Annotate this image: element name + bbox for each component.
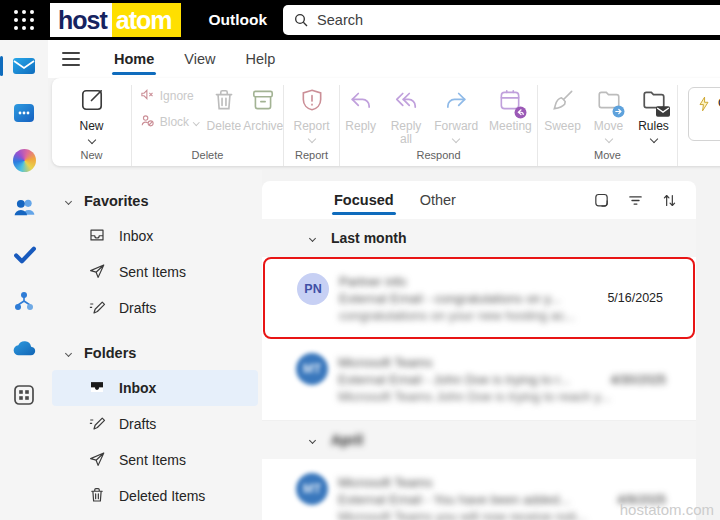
favorites-item-drafts[interactable]: Drafts	[52, 290, 258, 326]
reply-all-button[interactable]: Reply all	[383, 85, 428, 149]
report-button[interactable]: Report	[293, 85, 329, 149]
email-date: 5/16/2025	[607, 291, 663, 305]
rail-onedrive-icon[interactable]	[0, 335, 48, 361]
block-icon	[140, 113, 155, 131]
favorites-item-inbox[interactable]: Inbox	[52, 218, 258, 254]
quick-steps-button[interactable]: Quick steps	[688, 87, 720, 141]
group-label-new: New	[52, 149, 131, 166]
forward-dropdown-icon[interactable]	[452, 135, 460, 143]
chevron-down-icon	[65, 349, 72, 356]
inbox-filled-icon	[88, 378, 106, 399]
folder-pane: Favorites Inbox Sent Items Drafts F	[48, 170, 262, 520]
archive-button[interactable]: Archive	[243, 85, 283, 149]
group-header-april[interactable]: April	[262, 421, 696, 459]
avatar: MT	[296, 473, 328, 505]
meeting-button[interactable]: Meeting	[484, 85, 537, 149]
top-bar: host atom Outlook	[0, 0, 720, 40]
folder-item-drafts[interactable]: Drafts	[52, 406, 258, 442]
ribbon-tab-row: Home View Help	[48, 40, 720, 78]
hamburger-menu-icon[interactable]	[62, 52, 80, 65]
email-subject: External Email - congratulations on y...	[339, 291, 597, 306]
group-label-move: Move	[538, 149, 677, 166]
rules-icon	[641, 87, 667, 117]
rail-mail-icon[interactable]	[0, 53, 48, 79]
chevron-down-icon	[309, 436, 316, 443]
avatar: PN	[297, 273, 329, 305]
rail-copilot-icon[interactable]	[0, 147, 48, 173]
group-label-report: Report	[284, 149, 339, 166]
search-bar[interactable]	[283, 5, 720, 35]
new-mail-button[interactable]: New	[79, 85, 105, 149]
app-launcher-icon[interactable]	[10, 6, 38, 34]
sweep-button[interactable]: Sweep	[540, 85, 586, 149]
inbox-icon	[88, 226, 106, 247]
reply-all-icon	[393, 87, 419, 117]
move-dropdown-icon[interactable]	[604, 135, 612, 143]
group-label-delete: Delete	[132, 149, 283, 166]
forward-button[interactable]: Forward	[431, 85, 482, 149]
report-dropdown-icon[interactable]	[307, 135, 315, 143]
avatar: MT	[296, 353, 328, 385]
folders-header[interactable]: Folders	[48, 336, 262, 370]
move-folder-icon	[596, 87, 622, 117]
sort-icon[interactable]	[661, 192, 678, 209]
filter-icon[interactable]	[627, 192, 644, 209]
tab-other[interactable]: Other	[420, 192, 456, 208]
block-dropdown-icon[interactable]	[193, 119, 199, 125]
group-label-respond: Respond	[340, 149, 537, 166]
message-list-tabs: Focused Other	[262, 181, 696, 219]
ignore-icon	[140, 87, 155, 105]
archive-icon	[250, 87, 276, 117]
rail-people-icon[interactable]	[0, 194, 48, 220]
delete-button[interactable]: Delete	[207, 85, 242, 149]
email-row-highlighted[interactable]: PN Partner info External Email - congrat…	[263, 257, 695, 339]
email-preview: Microsoft Teams John Doe is trying to re…	[338, 389, 666, 404]
reply-icon	[348, 87, 374, 117]
folder-item-sent[interactable]: Sent Items	[52, 442, 258, 478]
trash-icon	[211, 87, 237, 117]
rail-calendar-icon[interactable]	[0, 100, 48, 126]
tab-home[interactable]: Home	[112, 45, 156, 73]
select-messages-icon[interactable]	[593, 192, 610, 209]
email-sender: Partner info	[339, 274, 663, 289]
rules-dropdown-icon[interactable]	[649, 135, 657, 143]
rail-org-icon[interactable]	[0, 288, 48, 314]
drafts-icon	[88, 414, 106, 435]
group-header-last-month[interactable]: Last month	[262, 219, 696, 257]
new-dropdown-icon[interactable]	[87, 136, 95, 144]
favorites-header[interactable]: Favorites	[48, 184, 262, 218]
rail-todo-icon[interactable]	[0, 241, 48, 267]
search-input[interactable]	[317, 12, 517, 28]
email-row[interactable]: MT Microsoft Teams External Email - John…	[262, 339, 696, 421]
email-subject: External Email - John Doe is trying to r…	[338, 372, 600, 387]
ignore-button[interactable]: Ignore	[140, 87, 199, 105]
folder-item-deleted[interactable]: Deleted Items	[52, 478, 258, 514]
tab-view[interactable]: View	[182, 45, 217, 73]
lightning-icon	[697, 96, 711, 115]
meeting-icon	[497, 87, 523, 117]
compose-icon	[79, 87, 105, 117]
tab-help[interactable]: Help	[243, 45, 277, 73]
email-row[interactable]: MT Microsoft Teams External Email - You …	[262, 459, 696, 520]
tab-focused[interactable]: Focused	[334, 192, 394, 208]
logo-atom-text: atom	[112, 3, 181, 37]
logo-host-text: host	[50, 3, 112, 37]
search-icon	[293, 12, 309, 28]
folder-item-inbox[interactable]: Inbox	[52, 370, 258, 406]
message-list-pane: Focused Other Last month PN	[262, 181, 696, 520]
email-date: 4/9/2025	[617, 493, 666, 507]
email-sender: Microsoft Teams	[338, 475, 666, 490]
email-preview: congratulations on your new hosting ac..…	[339, 308, 663, 323]
hostatom-logo: host atom	[50, 3, 181, 37]
block-button[interactable]: Block	[140, 113, 199, 131]
broom-icon	[550, 87, 576, 117]
favorites-item-sent[interactable]: Sent Items	[52, 254, 258, 290]
rules-button[interactable]: Rules	[632, 85, 676, 149]
reply-button[interactable]: Reply	[340, 85, 381, 149]
app-title: Outlook	[209, 11, 268, 29]
shield-warning-icon	[299, 87, 325, 117]
move-button[interactable]: Move	[588, 85, 630, 149]
rail-more-apps-icon[interactable]	[0, 382, 48, 408]
trash-icon	[88, 486, 106, 507]
email-date: 4/30/2025	[610, 373, 666, 387]
